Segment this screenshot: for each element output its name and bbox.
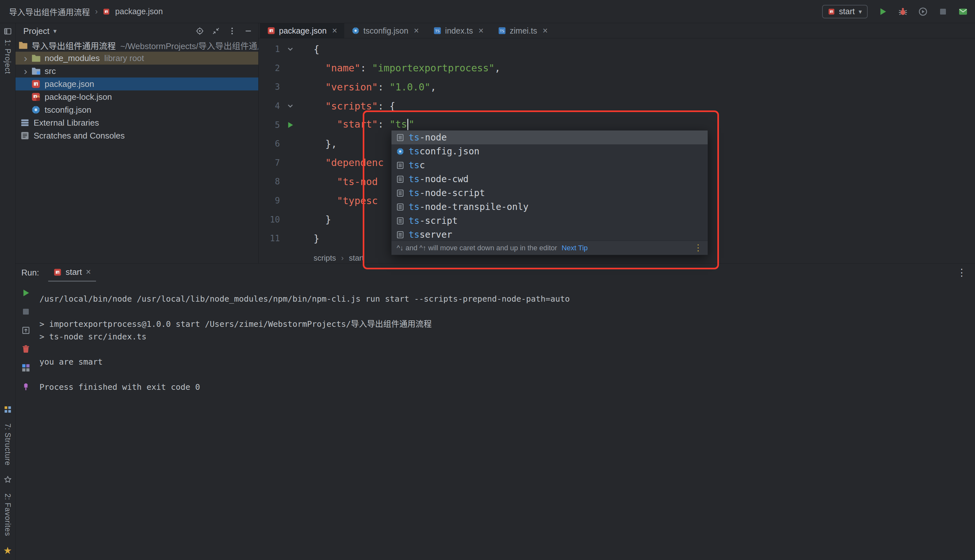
locate-file-button[interactable]: [196, 27, 204, 35]
tree-item-tsconfig-json[interactable]: tsconfig.json: [15, 103, 258, 116]
run-button[interactable]: [878, 7, 888, 17]
completion-item-tsc[interactable]: tsc: [391, 158, 707, 172]
tree-item-external-libraries[interactable]: External Libraries: [15, 116, 258, 129]
close-icon[interactable]: ×: [543, 27, 548, 35]
completion-popup: ts-nodetsconfig.jsontscts-node-cwdts-nod…: [391, 130, 708, 255]
line-number: 9: [259, 196, 280, 205]
completion-match: ts: [409, 215, 420, 226]
run-panel-header: Run: start × ⋮: [15, 263, 975, 282]
structure-icon[interactable]: [3, 405, 12, 414]
favorites-icon[interactable]: [3, 475, 12, 484]
svg-text:TS: TS: [500, 29, 504, 33]
run-tab-start[interactable]: start ×: [48, 263, 96, 282]
collapse-all-button[interactable]: [212, 27, 220, 35]
tree-item-project-root[interactable]: 导入导出组件通用流程~/WebstormProjects/导入导出组件通用流程: [15, 39, 258, 52]
project-tool-icon[interactable]: [3, 27, 12, 35]
fold-arrow-icon[interactable]: [286, 102, 294, 110]
tree-item-scratches-and-consoles[interactable]: Scratches and Consoles: [15, 129, 258, 142]
chevron-right-icon[interactable]: ›: [20, 66, 31, 76]
run-config-selector[interactable]: start ▾: [822, 5, 868, 18]
stop-button[interactable]: [21, 307, 31, 317]
clear-all-button[interactable]: [21, 344, 31, 354]
npm-icon: [828, 8, 835, 15]
favorites-star-icon[interactable]: ★: [3, 546, 12, 555]
run-anything-button[interactable]: [918, 7, 928, 17]
script-icon: [396, 133, 405, 142]
completion-item-ts-node[interactable]: ts-node: [391, 130, 707, 144]
titlebar-action-icons: [878, 7, 968, 17]
tool-button-favorites[interactable]: 2: Favorites: [3, 493, 12, 536]
completion-match: ts: [409, 188, 420, 198]
chevron-right-icon[interactable]: ›: [20, 53, 31, 63]
close-icon[interactable]: ×: [332, 27, 337, 35]
script-icon: [396, 175, 405, 183]
completion-item-ts-node-transpile-only[interactable]: ts-node-transpile-only: [391, 200, 707, 214]
restore-layout-button[interactable]: [21, 325, 31, 335]
completion-match: ts: [409, 174, 420, 184]
run-line-icon[interactable]: [286, 121, 294, 129]
more-options-icon[interactable]: ⋮: [957, 268, 967, 277]
rerun-button[interactable]: [21, 288, 31, 298]
breadcrumb-start[interactable]: start: [349, 253, 364, 263]
stop-button[interactable]: [938, 7, 948, 17]
tool-button-structure[interactable]: 7: Structure: [3, 423, 12, 466]
completion-item-tsserver[interactable]: tsserver: [391, 228, 707, 241]
fold-arrow-icon[interactable]: [286, 45, 294, 53]
tree-item-label: Scratches and Consoles: [33, 131, 125, 141]
close-icon[interactable]: ×: [478, 27, 483, 35]
tree-item-package-json[interactable]: package.json: [15, 78, 258, 90]
hide-panel-button[interactable]: [244, 27, 253, 35]
project-tree: 导入导出组件通用流程~/WebstormProjects/导入导出组件通用流程›…: [15, 39, 258, 263]
tsconfig-icon: [31, 105, 41, 115]
tab-tsconfig-json[interactable]: tsconfig.json×: [344, 23, 426, 38]
run-tab-label: start: [65, 267, 82, 277]
tab-package-json[interactable]: package.json×: [260, 23, 344, 38]
pin-tab-button[interactable]: [21, 382, 31, 392]
completion-item-tsconfig-json[interactable]: tsconfig.json: [391, 144, 707, 158]
tree-item-label: package.json: [45, 79, 94, 89]
tree-item-label: package-lock.json: [45, 92, 112, 102]
folder-src-icon: [31, 66, 41, 76]
breadcrumb-scripts[interactable]: scripts: [314, 253, 336, 263]
gutter-cell: [280, 45, 301, 53]
tree-item-src[interactable]: ›src: [15, 65, 258, 78]
completion-rest: -node-transpile-only: [420, 202, 528, 212]
ts-icon: TS: [433, 27, 442, 35]
completion-match: ts: [409, 160, 420, 170]
tool-button-project[interactable]: 1: Project: [3, 39, 12, 74]
project-panel-title[interactable]: Project: [23, 26, 49, 36]
script-icon: [396, 217, 405, 225]
code-text: "typesc: [301, 195, 378, 207]
panel-options-button[interactable]: [228, 27, 236, 35]
code-text: "ts-nod: [301, 176, 378, 187]
tree-item-node-modules[interactable]: ›node_moduleslibrary root: [15, 52, 258, 65]
next-tip-link[interactable]: Next Tip: [562, 244, 588, 252]
editor-line-4: 4 "scripts": {: [259, 97, 975, 116]
debug-button[interactable]: [898, 7, 908, 17]
tab-zimei-ts[interactable]: TSzimei.ts×: [491, 23, 555, 38]
notifications-button[interactable]: [958, 7, 968, 17]
tree-item-hint: ~/WebstormProjects/导入导出组件通用流程: [120, 39, 258, 52]
line-number: 8: [259, 177, 280, 186]
close-icon[interactable]: ×: [414, 27, 419, 35]
tree-item-hint: library root: [104, 53, 144, 63]
completion-item-ts-node-script[interactable]: ts-node-script: [391, 186, 707, 200]
more-options-icon[interactable]: ⋮: [694, 243, 702, 252]
console-output[interactable]: /usr/local/bin/node /usr/local/lib/node_…: [36, 282, 975, 560]
completion-rest: -node-script: [420, 188, 485, 198]
tsconfig-icon: [351, 27, 360, 35]
code-text: "scripts": {: [301, 100, 395, 112]
titlebar-project-name: 导入导出组件通用流程: [9, 6, 90, 17]
tree-item-package-lock-json[interactable]: package-lock.json: [15, 90, 258, 103]
tab-label: tsconfig.json: [363, 26, 408, 35]
layout-settings-button[interactable]: [21, 363, 31, 373]
completion-list: ts-nodetsconfig.jsontscts-node-cwdts-nod…: [391, 130, 707, 241]
script-icon: [396, 189, 405, 197]
completion-item-ts-node-cwd[interactable]: ts-node-cwd: [391, 172, 707, 186]
close-icon[interactable]: ×: [86, 268, 91, 277]
completion-hint: ^↓ and ^↑ will move caret down and up in…: [397, 244, 557, 252]
chevron-down-icon[interactable]: ▾: [54, 27, 57, 35]
completion-item-ts-script[interactable]: ts-script: [391, 214, 707, 228]
tab-index-ts[interactable]: TSindex.ts×: [426, 23, 491, 38]
completion-match: ts: [409, 229, 420, 240]
